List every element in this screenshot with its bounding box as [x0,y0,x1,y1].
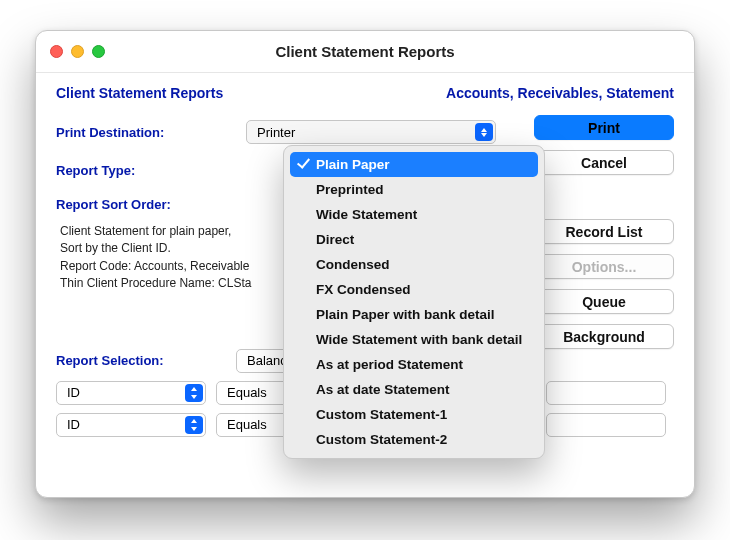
desc-line-4: Thin Client Procedure Name: CLSta [60,275,320,292]
menu-item[interactable]: Condensed [290,252,538,277]
filter2-value-input[interactable] [546,413,666,437]
chevron-up-down-icon [185,384,203,402]
checkmark-icon [297,406,311,420]
window-title: Client Statement Reports [36,43,694,60]
filter1-value-input[interactable] [546,381,666,405]
window-content: Client Statement Reports Accounts, Recei… [36,73,694,497]
minimize-icon[interactable] [71,45,84,58]
checkmark-icon [297,206,311,220]
chevron-up-down-icon [475,123,493,141]
checkmark-icon [297,431,311,445]
titlebar: Client Statement Reports [36,31,694,73]
menu-item-label: Wide Statement with bank detail [316,332,522,347]
menu-item-label: FX Condensed [316,282,411,297]
cancel-button[interactable]: Cancel [534,150,674,175]
menu-item[interactable]: As at date Statement [290,377,538,402]
menu-item-label: As at period Statement [316,357,463,372]
label-report-type: Report Type: [56,163,246,178]
checkmark-icon [297,231,311,245]
label-report-selection: Report Selection: [56,353,226,368]
desc-line-3: Report Code: Accounts, Receivable [60,258,320,275]
print-destination-value: Printer [257,125,295,140]
options-button: Options... [534,254,674,279]
app-window: Client Statement Reports Client Statemen… [35,30,695,498]
menu-item-label: Custom Statement-2 [316,432,447,447]
checkmark-icon [297,181,311,195]
print-destination-select[interactable]: Printer [246,120,496,144]
queue-button[interactable]: Queue [534,289,674,314]
record-list-button[interactable]: Record List [534,219,674,244]
menu-item-label: Condensed [316,257,390,272]
menu-item[interactable]: FX Condensed [290,277,538,302]
filter1-field-value: ID [67,385,80,400]
menu-item-label: Custom Statement-1 [316,407,447,422]
checkmark-icon [297,256,311,270]
close-icon[interactable] [50,45,63,58]
filter2-field-select[interactable]: ID [56,413,206,437]
menu-item[interactable]: Preprinted [290,177,538,202]
menu-item-label: Plain Paper with bank detail [316,307,495,322]
menu-item[interactable]: Plain Paper [290,152,538,177]
print-button[interactable]: Print [534,115,674,140]
checkmark-icon [297,356,311,370]
menu-item-label: As at date Statement [316,382,450,397]
background-button[interactable]: Background [534,324,674,349]
menu-item[interactable]: Custom Statement-1 [290,402,538,427]
checkmark-icon [297,381,311,395]
report-type-menu[interactable]: Plain PaperPreprintedWide StatementDirec… [283,145,545,459]
desc-line-1: Client Statement for plain paper, [60,223,320,240]
checkmark-icon [297,331,311,345]
traffic-lights [50,45,105,58]
checkmark-icon [297,281,311,295]
checkmark-icon [297,306,311,320]
menu-item[interactable]: As at period Statement [290,352,538,377]
checkmark-icon [297,156,311,170]
menu-item-label: Wide Statement [316,207,417,222]
menu-item[interactable]: Custom Statement-2 [290,427,538,452]
report-description: Client Statement for plain paper, Sort b… [60,223,320,293]
header-left: Client Statement Reports [56,85,223,101]
menu-item-label: Direct [316,232,354,247]
filter1-op-value: Equals [227,385,267,400]
menu-item[interactable]: Direct [290,227,538,252]
menu-item-label: Plain Paper [316,157,390,172]
menu-item[interactable]: Wide Statement [290,202,538,227]
zoom-icon[interactable] [92,45,105,58]
label-report-sort-order: Report Sort Order: [56,197,246,212]
desc-line-2: Sort by the Client ID. [60,240,320,257]
header-right: Accounts, Receivables, Statement [446,85,674,101]
menu-item-label: Preprinted [316,182,384,197]
label-print-destination: Print Destination: [56,125,246,140]
filter2-field-value: ID [67,417,80,432]
filter1-field-select[interactable]: ID [56,381,206,405]
menu-item[interactable]: Wide Statement with bank detail [290,327,538,352]
chevron-up-down-icon [185,416,203,434]
menu-item[interactable]: Plain Paper with bank detail [290,302,538,327]
filter2-op-value: Equals [227,417,267,432]
button-column: Print Cancel Record List Options... Queu… [534,115,674,349]
header-line: Client Statement Reports Accounts, Recei… [56,85,674,101]
